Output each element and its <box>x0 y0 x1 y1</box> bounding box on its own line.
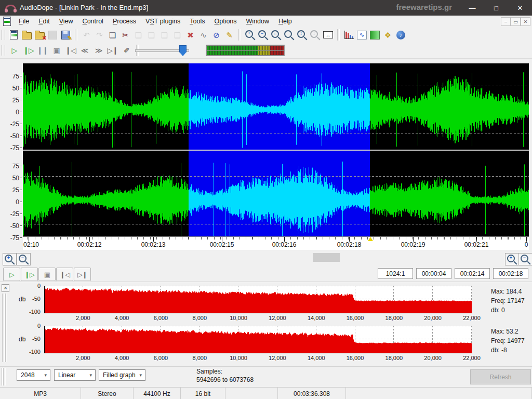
stop-button[interactable]: ▣ <box>49 44 63 57</box>
save-as-button[interactable]: ✎ <box>59 28 72 42</box>
amp-tick-ch2: 50 <box>12 176 19 181</box>
amp-tick-ch1: 50 <box>12 86 19 91</box>
menu-help[interactable]: Help <box>274 17 297 26</box>
zoom-selection-button[interactable] <box>283 28 296 42</box>
pause-button[interactable]: ❙❙ <box>35 44 49 57</box>
close-button[interactable]: ✕ <box>508 0 532 16</box>
main-toolbar: ✕✎↶↷❏✂❑❑❑❑✖∿⊘✎+−↔↕↕↔∿❖♪ <box>0 27 532 43</box>
close-file-button[interactable]: ✕ <box>33 28 46 42</box>
zoom-vertical-out-button[interactable]: − <box>17 253 31 265</box>
oscilloscope-button[interactable]: ∿ <box>355 28 368 42</box>
paste-insert-button[interactable]: ❑ <box>158 28 171 42</box>
save-file-button[interactable] <box>46 28 59 42</box>
zoom-vertical-out-button[interactable]: ↕ <box>309 28 322 42</box>
cursor-marker[interactable] <box>368 237 373 241</box>
menu-file[interactable]: File <box>14 17 34 26</box>
edit-sample-button[interactable]: ✎ <box>223 28 236 42</box>
frequency-analysis-button[interactable] <box>342 28 355 42</box>
fft-size-select[interactable]: 2048 ▾ <box>17 369 50 381</box>
play-button[interactable]: ▷ <box>7 44 21 57</box>
toolbar-grip[interactable] <box>2 30 5 40</box>
menu-options[interactable]: Options <box>209 17 241 26</box>
channel1-freq-readout: Freq: 17147 <box>491 297 525 304</box>
go-to-end-button[interactable]: ▷❙ <box>105 44 119 57</box>
mdi-restore-button[interactable]: ▭ <box>511 17 521 26</box>
time-label: 00:02:21 <box>464 241 489 248</box>
toolbar-separator <box>337 29 340 41</box>
timeline-ruler[interactable]: 0:02:1000:02:1200:02:1300:02:1500:02:160… <box>23 236 529 250</box>
spectrum-xtick: 18,000 <box>385 315 403 321</box>
marker-tool-button[interactable]: ✐ <box>119 44 134 57</box>
effects-button[interactable]: ❖ <box>381 28 394 42</box>
waveform-display[interactable] <box>23 63 529 236</box>
zoom-vertical-in-button[interactable]: ↕ <box>296 28 309 42</box>
stop-2-button[interactable]: ▣ <box>38 268 56 281</box>
window-title: AudioDope - [Linkin Park - In the End.mp… <box>20 4 148 11</box>
go-to-start-2-button[interactable]: ❙◁ <box>56 268 73 281</box>
minimize-button[interactable]: — <box>460 0 484 16</box>
copy-icon: ❏ <box>109 31 116 39</box>
amp-tick-ch2: -75 <box>10 235 19 241</box>
menu-items: FileEditViewControlProcessVST pluginsToo… <box>14 17 297 26</box>
time-label: 00:02:13 <box>141 241 166 248</box>
zoom-horizontal-modifier: ↔ <box>272 30 278 37</box>
zoom-horizontal-button[interactable]: ↔ <box>270 28 283 42</box>
cut-button[interactable]: ✂ <box>119 28 132 42</box>
rewind-button[interactable]: ≪ <box>77 44 91 57</box>
mute-button[interactable]: ⊘ <box>210 28 223 42</box>
zoom-out-icon: − <box>258 30 266 38</box>
paste-to-new-button[interactable]: ❑ <box>171 28 184 42</box>
graph-type-select[interactable]: Filled graph ▾ <box>99 369 145 381</box>
level-meter-right <box>207 51 284 56</box>
paste-button[interactable]: ❑ <box>132 28 145 42</box>
copy-button[interactable]: ❏ <box>106 28 119 42</box>
play-2-button[interactable]: ▷ <box>3 268 20 281</box>
fast-forward-button[interactable]: ≫ <box>91 44 105 57</box>
mdi-minimize-button[interactable]: – <box>501 17 511 26</box>
go-to-end-2-button[interactable]: ▷❙ <box>74 268 91 281</box>
play-selection-button[interactable]: ❙▷ <box>21 44 35 57</box>
footer-grip[interactable] <box>2 368 6 385</box>
zoom-out-button[interactable]: − <box>257 28 270 42</box>
time-label: 0:02:10 <box>23 241 39 248</box>
channel2-freq-readout: Freq: 14977 <box>491 337 525 344</box>
panel-grip[interactable] <box>2 294 7 362</box>
trim-button[interactable]: ∿ <box>197 28 210 42</box>
fit-to-window-button[interactable]: ↔ <box>322 28 335 42</box>
paste-mix-button[interactable]: ❑ <box>145 28 158 42</box>
zoom-horizontal-out-button[interactable]: − <box>518 253 532 265</box>
delete-button[interactable]: ✖ <box>184 28 197 42</box>
play-selection-2-button[interactable]: ❙▷ <box>21 268 38 281</box>
scroll-left-arrow[interactable]: ‹ <box>33 3 35 10</box>
spectrogram-button[interactable] <box>368 28 381 42</box>
maximize-button[interactable]: □ <box>484 0 508 16</box>
redo-button[interactable]: ↷ <box>93 28 106 42</box>
scale-select[interactable]: Linear ▾ <box>54 369 96 381</box>
save-file-icon <box>48 31 57 39</box>
zoom-in-button[interactable]: + <box>244 28 257 42</box>
menu-tools[interactable]: Tools <box>185 17 209 26</box>
time-label: 00:02:19 <box>401 241 425 248</box>
zoom-horizontal-in-button[interactable]: + <box>505 253 519 265</box>
menu-vst-plugins[interactable]: VST plugins <box>141 17 185 26</box>
open-file-button[interactable] <box>20 28 33 42</box>
new-file-button[interactable] <box>7 28 20 42</box>
menu-process[interactable]: Process <box>108 17 141 26</box>
playback-device-button[interactable]: ♪ <box>394 28 407 42</box>
menu-view[interactable]: View <box>55 17 78 26</box>
menu-edit[interactable]: Edit <box>34 17 55 26</box>
zoom-vertical-in-button[interactable]: + <box>3 253 17 265</box>
transport-grip[interactable] <box>2 45 5 56</box>
mdi-close-button[interactable]: ✕ <box>521 17 530 26</box>
scrollbar-thumb[interactable] <box>313 253 340 262</box>
go-to-start-button[interactable]: ❙◁ <box>63 44 77 57</box>
refresh-button[interactable]: Refresh <box>470 369 531 384</box>
menu-control[interactable]: Control <box>78 17 108 26</box>
save-as-icon: ✎ <box>61 31 70 39</box>
spectrum-close-button[interactable]: ✕ <box>2 284 9 292</box>
undo-button[interactable]: ↶ <box>80 28 93 42</box>
amp-tick-ch1: -25 <box>10 122 19 127</box>
spectrum-xtick: 2,000 <box>76 315 90 321</box>
menu-window[interactable]: Window <box>242 17 274 26</box>
scroll-right-arrow[interactable]: › <box>494 3 496 10</box>
